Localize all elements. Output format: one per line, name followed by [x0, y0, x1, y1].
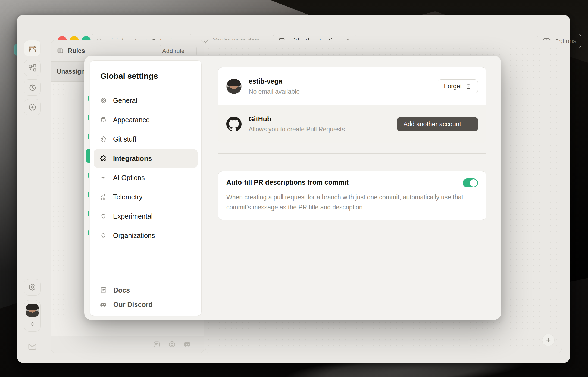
history-tab-button[interactable]	[24, 79, 41, 96]
branches-tab-button[interactable]	[24, 60, 41, 76]
forget-label: Forget	[444, 83, 462, 90]
bulb-icon	[100, 232, 107, 239]
github-service-row: GitHub Allows you to create Pull Request…	[218, 105, 486, 143]
autofill-description: When creating a pull request for a branc…	[226, 192, 465, 212]
nav-item-integrations[interactable]: Integrations	[94, 149, 198, 168]
github-logo-icon	[226, 117, 242, 132]
ai-brackets-icon	[28, 103, 37, 112]
lane-tick	[88, 211, 89, 216]
plus-icon	[187, 48, 193, 54]
workbench-icon	[27, 43, 37, 54]
trash-icon	[465, 83, 472, 90]
nav-label: AI Options	[113, 174, 145, 182]
bulb-icon	[100, 213, 107, 220]
docs-link[interactable]: Docs	[94, 286, 152, 294]
nav-item-appearance[interactable]: Appearance	[94, 111, 198, 129]
user-avatar	[26, 304, 39, 317]
lane-tick	[88, 192, 89, 197]
nav-footer: Docs Our Discord	[94, 286, 152, 309]
github-account-row: estib-vega No email available Forget	[218, 67, 486, 105]
profile-switcher[interactable]	[24, 300, 41, 332]
account-username: estib-vega	[249, 77, 300, 85]
nav-label: Appearance	[113, 116, 150, 124]
add-account-button[interactable]: Add another account	[397, 117, 478, 131]
lane-tick	[88, 96, 89, 101]
lane-tick	[88, 230, 89, 235]
accounts-card: estib-vega No email available Forget	[218, 67, 486, 143]
modal-title: Global settings	[100, 71, 198, 81]
nav-label: Experimental	[113, 212, 153, 220]
rules-footer	[51, 336, 204, 353]
open-source-icon[interactable]	[168, 340, 176, 348]
lane-tick	[88, 173, 89, 178]
mail-icon	[27, 342, 37, 351]
add-branch-button[interactable]	[542, 334, 555, 346]
add-rule-label: Add rule	[162, 48, 184, 55]
toggle-knob	[470, 179, 477, 187]
rules-columns-icon	[57, 47, 64, 55]
nav-label: Git stuff	[113, 135, 136, 143]
account-email-status: No email available	[249, 88, 300, 95]
add-icon	[545, 337, 552, 343]
gear-hexagon-icon	[100, 97, 107, 104]
expand-chevrons-icon	[29, 321, 36, 328]
discord-icon	[100, 301, 107, 309]
ai-tab-button[interactable]	[24, 99, 41, 115]
github-description: Allows you to create Pull Requests	[249, 126, 345, 133]
section-divider	[218, 153, 486, 154]
lane-tick	[88, 115, 89, 120]
nav-item-organizations[interactable]: Organizations	[94, 227, 198, 245]
nav-item-git-stuff[interactable]: Git stuff	[94, 130, 198, 148]
history-icon	[28, 83, 37, 92]
github-title: GitHub	[249, 115, 345, 123]
rules-title: Rules	[68, 47, 85, 55]
discord-icon[interactable]	[183, 340, 192, 349]
plus-icon	[465, 121, 471, 127]
feedback-button[interactable]	[24, 340, 41, 353]
notes-icon[interactable]	[153, 340, 161, 348]
sparkle-icon	[100, 174, 107, 181]
settings-hexagon-icon	[28, 283, 37, 292]
global-settings-button[interactable]	[24, 279, 41, 296]
docs-label: Docs	[113, 286, 130, 294]
nav-label: Organizations	[113, 232, 155, 240]
book-icon	[100, 287, 107, 294]
branches-icon	[28, 63, 37, 73]
nav-label: General	[113, 97, 137, 105]
nav-item-ai-options[interactable]: AI Options	[94, 169, 198, 187]
account-avatar	[226, 79, 242, 94]
nav-item-experimental[interactable]: Experimental	[94, 207, 198, 225]
autofill-toggle[interactable]	[463, 178, 478, 187]
desktop: origin/master | 5 min ago You're up to d…	[0, 0, 588, 377]
nav-item-general[interactable]: General	[94, 92, 198, 110]
workspace-tab-button[interactable]	[24, 40, 41, 56]
nav-label: Telemetry	[113, 193, 142, 201]
settings-nav: Global settings General Appearance	[90, 60, 202, 316]
discord-label: Our Discord	[113, 301, 152, 309]
chart-icon	[100, 193, 107, 201]
nav-label: Integrations	[113, 155, 152, 162]
add-account-label: Add another account	[404, 121, 461, 128]
puzzle-icon	[100, 155, 107, 162]
mask-icon	[100, 116, 107, 124]
global-settings-modal: Global settings General Appearance	[84, 56, 501, 320]
git-diamond-icon	[100, 136, 107, 143]
forget-button[interactable]: Forget	[438, 79, 478, 93]
nav-item-telemetry[interactable]: Telemetry	[94, 188, 198, 206]
discord-link[interactable]: Our Discord	[94, 301, 152, 309]
autofill-pr-card: Auto-fill PR descriptions from commit Wh…	[218, 171, 486, 220]
autofill-title: Auto-fill PR descriptions from commit	[226, 178, 349, 186]
lane-tick	[88, 134, 89, 139]
